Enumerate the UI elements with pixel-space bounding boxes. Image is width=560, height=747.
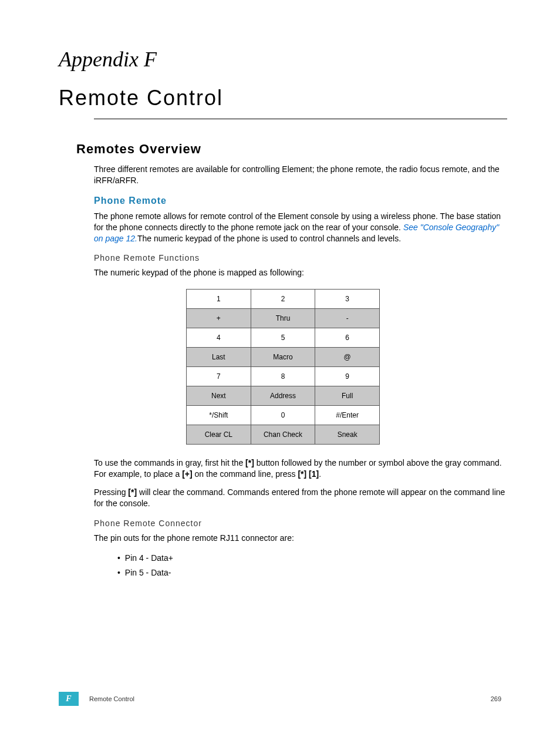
connector-intro: The pin outs for the phone remote RJ11 c… — [94, 533, 507, 544]
keypad-cell: 9 — [315, 367, 380, 386]
keypad-cell: 1 — [187, 290, 251, 309]
keypad-cell: 5 — [251, 328, 315, 348]
clear-paragraph: Pressing [*] will clear the command. Com… — [94, 487, 507, 509]
keypad-cell: 4 — [187, 328, 251, 348]
keypad-cell: Clear CL — [187, 425, 251, 445]
phone-remote-functions-heading: Phone Remote Functions — [94, 253, 507, 263]
keypad-cell: 2 — [251, 290, 315, 309]
appendix-label: Appendix F — [59, 47, 507, 72]
phone-remote-connector-heading: Phone Remote Connector — [94, 519, 507, 528]
keypad-table: 123+Thru-456LastMacro@789NextAddressFull… — [186, 289, 380, 445]
clear-pre: Pressing — [94, 487, 128, 497]
footer-badge: F — [59, 692, 79, 706]
pin-list: Pin 4 - Data+ Pin 5 - Data- — [117, 551, 507, 580]
usage-paragraph: To use the commands in gray, first hit t… — [94, 457, 507, 480]
footer-page-number: 269 — [491, 695, 501, 702]
keypad-cell: 3 — [315, 290, 380, 309]
usage-text: on the command line, press — [193, 469, 298, 479]
keypad-cell: Chan Check — [251, 425, 315, 445]
key-star-one: [*] [1] — [298, 469, 319, 479]
keypad-cell: Next — [187, 386, 251, 406]
keypad-cell: 8 — [251, 367, 315, 386]
usage-text: To use the commands in gray, first hit t… — [94, 458, 245, 467]
keypad-cell: Last — [187, 348, 251, 367]
keypad-cell: - — [315, 309, 380, 328]
functions-intro: The numeric keypad of the phone is mappe… — [94, 267, 507, 278]
keypad-cell: Sneak — [315, 425, 380, 445]
phone-remote-body: The phone remote allows for remote contr… — [94, 211, 507, 244]
keypad-cell: Macro — [251, 348, 315, 367]
keypad-cell: Address — [251, 386, 315, 406]
phone-remote-body-post: The numeric keypad of the phone is used … — [137, 234, 401, 243]
keypad-cell: */Shift — [187, 406, 251, 425]
keypad-cell: + — [187, 309, 251, 328]
usage-text: . — [319, 469, 321, 479]
keypad-cell: 7 — [187, 367, 251, 386]
overview-body: Three different remotes are available fo… — [94, 164, 507, 186]
chapter-title: Remote Control — [59, 86, 507, 114]
clear-post: will clear the command. Commands entered… — [94, 487, 505, 508]
keypad-cell: 6 — [315, 328, 380, 348]
phone-remote-heading: Phone Remote — [94, 196, 507, 206]
keypad-cell: Thru — [251, 309, 315, 328]
key-star: [*] — [245, 458, 254, 467]
page-footer: F Remote Control 269 — [59, 692, 501, 706]
list-item: Pin 4 - Data+ — [117, 551, 507, 566]
keypad-cell: @ — [315, 348, 380, 367]
section-overview-heading: Remotes Overview — [76, 142, 507, 157]
key-star: [*] — [128, 487, 137, 497]
title-rule — [94, 119, 507, 119]
keypad-cell: Full — [315, 386, 380, 406]
key-plus: [+] — [182, 469, 193, 479]
list-item: Pin 5 - Data- — [117, 566, 507, 580]
keypad-cell: 0 — [251, 406, 315, 425]
keypad-cell: #/Enter — [315, 406, 380, 425]
footer-section: Remote Control — [89, 695, 134, 702]
